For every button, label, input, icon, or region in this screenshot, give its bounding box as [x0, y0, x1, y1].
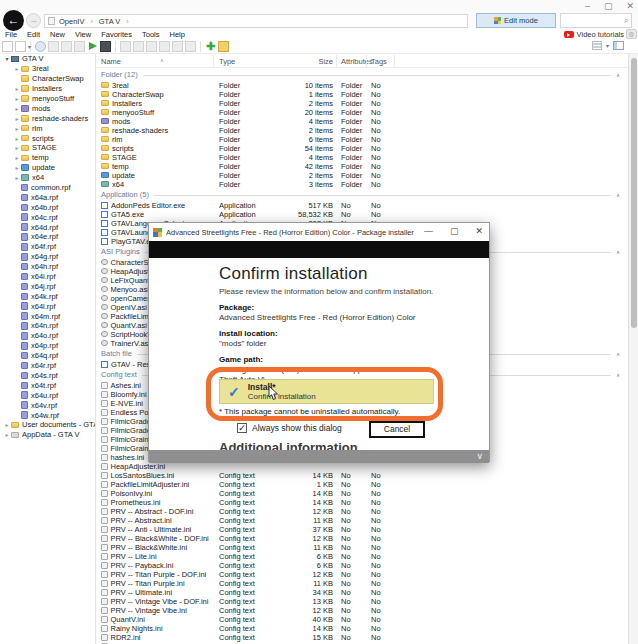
menu-view[interactable]: View: [70, 30, 96, 39]
tree-expand-icon[interactable]: ▸: [13, 164, 21, 171]
file-row-prometheus-ini[interactable]: Prometheus.iniConfig text14 KBNoNo: [96, 497, 628, 506]
chevron-down-icon[interactable]: ▾: [606, 42, 609, 49]
tree-item-scripts[interactable]: ▸scripts: [0, 133, 95, 143]
maximize-icon[interactable]: ▢: [604, 1, 613, 11]
tree-item-x64d-rpf[interactable]: x64d.rpf: [0, 222, 95, 232]
vertical-scrollbar[interactable]: [628, 54, 638, 644]
tree-item-x64r-rpf[interactable]: x64r.rpf: [0, 361, 95, 371]
add-icon[interactable]: ✚: [205, 41, 216, 52]
collapse-group-icon[interactable]: ∧: [616, 372, 620, 378]
edit-copy-icon[interactable]: [120, 41, 131, 52]
forward-button[interactable]: →: [26, 13, 41, 28]
tree-item-x64i-rpf[interactable]: x64i.rpf: [0, 272, 95, 282]
settings-icon[interactable]: ⚙: [626, 29, 637, 39]
tree-expand-icon[interactable]: ▸: [13, 135, 21, 142]
tree-item-update[interactable]: ▸update: [0, 163, 95, 173]
edit-delete-icon[interactable]: [159, 41, 170, 52]
column-name[interactable]: Name: [101, 57, 121, 66]
cancel-button[interactable]: Cancel: [369, 421, 425, 438]
collapse-group-icon[interactable]: ∧: [616, 72, 620, 78]
tree-expand-icon[interactable]: ▸: [13, 144, 21, 151]
edit-mode-button[interactable]: Edit mode: [476, 13, 556, 28]
file-row-prv-payback-ini[interactable]: PRV -- Payback.iniConfig text6 KBNoNo: [96, 560, 628, 569]
breadcrumb-folder[interactable]: GTA V: [99, 17, 121, 26]
dark-doc-icon[interactable]: [100, 41, 111, 52]
tree-item-x64h-rpf[interactable]: x64h.rpf: [0, 262, 95, 272]
menu-tools[interactable]: Tools: [137, 30, 165, 39]
file-row-3real[interactable]: 3realFolder10 itemsFolderNo: [96, 80, 628, 89]
search-input[interactable]: ⌕: [560, 13, 632, 28]
close-icon[interactable]: ✕: [626, 1, 634, 11]
file-row-addonpeds-editor-exe[interactable]: AddonPeds Editor.exeApplication517 KBNoN…: [96, 200, 628, 209]
file-row-prv-vintage-vibe-dof-ini[interactable]: PRV -- Vintage Vibe - DOF.iniConfig text…: [96, 596, 628, 605]
file-row-installers[interactable]: InstallersFolder2 itemsFolderNo: [96, 98, 628, 107]
tree-item-gta-v[interactable]: ▾GTA V: [0, 54, 95, 64]
tree-expand-icon[interactable]: ▸: [13, 95, 21, 102]
back-button[interactable]: ←: [3, 10, 24, 31]
file-row-reshade-shaders[interactable]: reshade-shadersFolder2 itemsFolderNo: [96, 125, 628, 134]
file-row-prv-abstract-dof-ini[interactable]: PRV -- Abstract - DOF.iniConfig text12 K…: [96, 506, 628, 515]
file-row-packfilelimitadjuster-ini[interactable]: PackfileLimitAdjuster.iniConfig text1 KB…: [96, 479, 628, 488]
tree-item-x64c-rpf[interactable]: x64c.rpf: [0, 212, 95, 222]
file-row-lossantosblues-ini[interactable]: LosSantosBlues.iniConfig text14 KBNoNo: [96, 470, 628, 479]
file-row-prv-vintage-vibe-ini[interactable]: PRV -- Vintage Vibe.iniConfig text12 KBN…: [96, 605, 628, 614]
file-row-prv-ultimate-ini[interactable]: PRV -- Ultimate.iniConfig text34 KBNoNo: [96, 587, 628, 596]
play-game-icon[interactable]: [87, 41, 98, 52]
group-header-application-5[interactable]: Application (5)∧: [96, 188, 628, 200]
tree-item-menyoostuff[interactable]: ▸menyooStuff: [0, 94, 95, 104]
file-row-prv-anti-ultimate-ini[interactable]: PRV -- Anti - Ultimate.iniConfig text37 …: [96, 524, 628, 533]
file-row-rdr2-ini[interactable]: RDR2.iniConfig text15 KBNoNo: [96, 632, 628, 641]
tree-expand-icon[interactable]: ▸: [13, 85, 21, 92]
details-pane-icon[interactable]: [613, 41, 624, 50]
minimize-icon[interactable]: —: [424, 226, 433, 236]
world-icon[interactable]: [35, 41, 46, 52]
collapse-group-icon[interactable]: ∧: [616, 192, 620, 198]
file-row-characterswap[interactable]: CharacterSwapFolder1 itemsFolderNo: [96, 89, 628, 98]
tree-expand-icon[interactable]: ▸: [13, 115, 21, 122]
tree-item-x64g-rpf[interactable]: x64g.rpf: [0, 252, 95, 262]
menu-new[interactable]: New: [45, 30, 70, 39]
template-icon[interactable]: [61, 41, 72, 52]
file-row-rainy-nights-ini[interactable]: Rainy Nights.iniConfig text14 KBNoNo: [96, 623, 628, 632]
group-header-folder-12[interactable]: Folder (12)∧: [96, 68, 628, 80]
list-view-icon[interactable]: [592, 41, 602, 50]
file-row-poisonivy-ini[interactable]: PoisonIvy.iniConfig text14 KBNoNo: [96, 488, 628, 497]
tree-item-mods[interactable]: ▸mods: [0, 103, 95, 113]
file-row-rlm[interactable]: rlmFolder6 itemsFolderNo: [96, 134, 628, 143]
file-row-update[interactable]: updateFolder2 itemsFolderNo: [96, 170, 628, 179]
tree-item-rlm[interactable]: ▸rlm: [0, 123, 95, 133]
file-row-prv-abstract-ini[interactable]: PRV -- Abstract.iniConfig text11 KBNoNo: [96, 515, 628, 524]
tree-item-x64b-rpf[interactable]: x64b.rpf: [0, 202, 95, 212]
file-row-stage[interactable]: STAGEFolder4 itemsFolderNo: [96, 152, 628, 161]
tree-expand-icon[interactable]: ▸: [13, 65, 21, 72]
tree-item-x64w-rpf[interactable]: x64w.rpf: [0, 410, 95, 420]
tree-expand-icon[interactable]: ▸: [13, 105, 21, 112]
tree-item-installers[interactable]: ▸Installers: [0, 84, 95, 94]
tree-item-user-documents-gta-v[interactable]: ▸User documents - GTA V: [0, 420, 95, 430]
menu-help[interactable]: Help: [165, 30, 190, 39]
column-tags[interactable]: Tags: [371, 57, 387, 66]
file-row-prv-lite-ini[interactable]: PRV -- Lite.iniConfig text6 KBNoNo: [96, 551, 628, 560]
breadcrumb-app[interactable]: OpenIV: [59, 17, 84, 26]
close-icon[interactable]: ✕: [475, 226, 483, 236]
tree-item-x64s-rpf[interactable]: x64s.rpf: [0, 371, 95, 381]
tree-item-x64j-rpf[interactable]: x64j.rpf: [0, 281, 95, 291]
column-size[interactable]: Size: [313, 57, 333, 66]
new-archive-icon[interactable]: [218, 41, 229, 52]
tree-expand-icon[interactable]: ▾: [3, 55, 11, 62]
file-row-prv-titan-purple-ini[interactable]: PRV -- Titan Purple.iniConfig text11 KBN…: [96, 578, 628, 587]
file-row-prv-black-white-dof-ini[interactable]: PRV -- Black&White - DOF.iniConfig text1…: [96, 533, 628, 542]
column-type[interactable]: Type: [219, 57, 235, 66]
file-row-prv-black-white-ini[interactable]: PRV -- Black&White.iniConfig text11 KBNo…: [96, 542, 628, 551]
tree-item-x64l-rpf[interactable]: x64l.rpf: [0, 301, 95, 311]
tree-item-x64k-rpf[interactable]: x64k.rpf: [0, 291, 95, 301]
minimize-icon[interactable]: –: [585, 1, 590, 11]
tree-item-common-rpf[interactable]: common.rpf: [0, 183, 95, 193]
maximize-icon[interactable]: ▢: [450, 226, 459, 236]
tree-expand-icon[interactable]: ▸: [13, 174, 21, 181]
collapse-group-icon[interactable]: ∧: [616, 249, 620, 255]
new-package-icon[interactable]: [15, 41, 26, 52]
file-row-mods[interactable]: modsFolder4 itemsFolderNo: [96, 116, 628, 125]
tree-item-x64m-rpf[interactable]: x64m.rpf: [0, 311, 95, 321]
tree-item-x64n-rpf[interactable]: x64n.rpf: [0, 321, 95, 331]
